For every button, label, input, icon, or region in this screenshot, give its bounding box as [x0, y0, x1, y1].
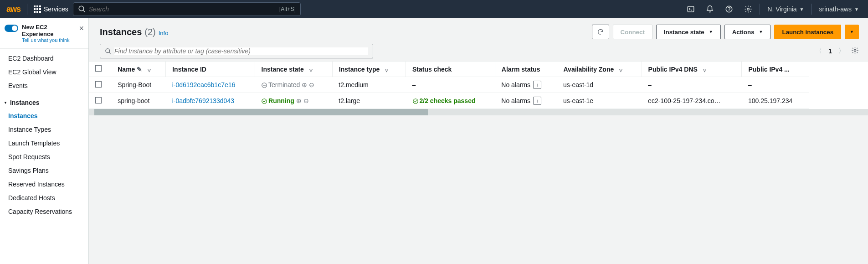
- cell-alarm: No alarms+: [495, 77, 557, 93]
- row-checkbox[interactable]: [95, 81, 102, 88]
- global-search[interactable]: [Alt+S]: [73, 2, 301, 16]
- svg-point-9: [854, 49, 856, 51]
- sidebar-item[interactable]: Instance Types: [0, 123, 88, 136]
- cell-status: –: [406, 77, 495, 93]
- cell-state: Terminated⊕⊖: [255, 77, 332, 93]
- sort-icon[interactable]: ▽: [703, 68, 706, 72]
- cloudshell-button[interactable]: [681, 0, 700, 18]
- services-grid-icon: [34, 5, 41, 13]
- experience-title: New EC2 Experience: [22, 24, 79, 37]
- cell-name: Spring-Boot: [111, 77, 166, 93]
- experience-feedback-link[interactable]: Tell us what you think: [22, 37, 79, 43]
- terminal-icon: [687, 5, 695, 13]
- info-link[interactable]: Info: [159, 30, 169, 36]
- filter-instances[interactable]: [100, 44, 373, 58]
- caret-down-icon: ▼: [800, 7, 804, 12]
- zoom-out-icon[interactable]: ⊖: [303, 97, 309, 104]
- main-panel: Instances (2) Info Connect Instance stat…: [89, 18, 868, 264]
- sidebar-item[interactable]: Dedicated Hosts: [0, 191, 88, 205]
- sidebar-item[interactable]: Events: [0, 79, 88, 93]
- sidebar-section-label: Instances: [10, 99, 40, 106]
- zoom-in-icon[interactable]: ⊕: [302, 81, 307, 88]
- cell-dns: ec2-100-25-197-234.co…: [642, 93, 742, 109]
- notifications-button[interactable]: [700, 0, 719, 18]
- services-menu[interactable]: Services: [29, 0, 73, 18]
- refresh-icon: [597, 28, 604, 36]
- aws-logo[interactable]: aws: [6, 5, 21, 14]
- help-button[interactable]: [719, 0, 739, 18]
- sidebar-section-instances[interactable]: ▼ Instances: [0, 95, 88, 109]
- svg-point-5: [729, 10, 729, 11]
- page-next[interactable]: 〉: [838, 47, 845, 55]
- instance-count: (2): [144, 27, 155, 37]
- sidebar-item[interactable]: Reserved Instances: [0, 177, 88, 191]
- cell-az: us-east-1e: [557, 93, 642, 109]
- filter-input[interactable]: [114, 47, 368, 55]
- sidebar-item[interactable]: Spot Requests: [0, 150, 88, 164]
- sort-icon[interactable]: ▽: [148, 68, 151, 72]
- cell-type: t2.large: [332, 93, 406, 109]
- launch-instances-button[interactable]: Launch instances: [774, 25, 841, 39]
- cell-name: spring-boot: [111, 93, 166, 109]
- refresh-button[interactable]: [592, 25, 609, 39]
- launch-instances-dropdown[interactable]: ▼: [845, 25, 859, 39]
- sidebar-item[interactable]: EC2 Dashboard: [0, 52, 88, 65]
- sidebar-item[interactable]: Launch Templates: [0, 136, 88, 150]
- sort-icon[interactable]: ▽: [619, 68, 622, 72]
- sidebar: New EC2 Experience Tell us what you thin…: [0, 18, 89, 264]
- connect-button[interactable]: Connect: [613, 25, 652, 39]
- sidebar-item[interactable]: Capacity Reservations: [0, 205, 88, 218]
- instance-id-link[interactable]: i-0d6192eac6b1c7e16: [172, 81, 236, 88]
- search-icon: [105, 48, 112, 55]
- gear-icon: [744, 5, 752, 13]
- table-row[interactable]: spring-booti-0adbfe7692133d043Running⊕⊖t…: [89, 93, 809, 109]
- search-icon: [78, 5, 86, 13]
- global-search-input[interactable]: [89, 5, 279, 13]
- chevron-down-icon: ▼: [4, 101, 7, 105]
- settings-button[interactable]: [739, 0, 758, 18]
- cell-dns: –: [642, 77, 742, 93]
- sort-icon[interactable]: ▽: [385, 68, 388, 72]
- svg-point-12: [262, 99, 267, 104]
- cell-type: t2.medium: [332, 77, 406, 93]
- search-shortcut: [Alt+S]: [279, 6, 296, 12]
- account-name: srinath-aws: [819, 5, 852, 13]
- experience-toggle[interactable]: [5, 25, 18, 32]
- new-experience-banner: New EC2 Experience Tell us what you thin…: [0, 18, 88, 49]
- sidebar-item[interactable]: EC2 Global View: [0, 65, 88, 79]
- close-banner-button[interactable]: ×: [79, 24, 84, 33]
- region-name: N. Virginia: [767, 5, 796, 13]
- zoom-out-icon[interactable]: ⊖: [309, 81, 314, 88]
- row-checkbox[interactable]: [95, 97, 102, 104]
- global-nav: aws Services [Alt+S] N. Virginia▼ srinat…: [0, 0, 868, 18]
- instance-state-button[interactable]: Instance state▼: [656, 25, 721, 39]
- svg-point-0: [79, 6, 84, 11]
- instance-id-link[interactable]: i-0adbfe7692133d043: [172, 97, 234, 104]
- cell-state: Running⊕⊖: [255, 93, 332, 109]
- table-settings-button[interactable]: [851, 47, 859, 56]
- cell-az: us-east-1d: [557, 77, 642, 93]
- help-icon: [725, 5, 733, 13]
- select-all-checkbox[interactable]: [95, 65, 102, 72]
- actions-button[interactable]: Actions▼: [724, 25, 771, 39]
- page-prev[interactable]: 〈: [816, 47, 822, 55]
- region-selector[interactable]: N. Virginia▼: [762, 0, 809, 18]
- gear-icon: [851, 47, 859, 54]
- sort-icon[interactable]: ▽: [309, 68, 313, 72]
- zoom-in-icon[interactable]: ⊕: [296, 97, 302, 104]
- account-menu[interactable]: srinath-aws▼: [814, 0, 865, 18]
- cell-alarm: No alarms+: [495, 93, 557, 109]
- sidebar-item[interactable]: Instances: [0, 109, 88, 123]
- horizontal-scrollbar[interactable]: [89, 109, 868, 115]
- svg-line-1: [83, 10, 85, 12]
- page-title: Instances: [100, 27, 142, 37]
- svg-point-6: [747, 8, 750, 10]
- add-alarm-button[interactable]: +: [533, 97, 541, 105]
- page-number: 1: [828, 47, 832, 55]
- edit-icon[interactable]: ✎: [137, 66, 142, 73]
- table-row[interactable]: Spring-Booti-0d6192eac6b1c7e16Terminated…: [89, 77, 809, 93]
- svg-point-7: [106, 48, 110, 52]
- sidebar-item[interactable]: Savings Plans: [0, 164, 88, 177]
- add-alarm-button[interactable]: +: [533, 81, 541, 89]
- cell-status: 2/2 checks passed: [406, 93, 495, 109]
